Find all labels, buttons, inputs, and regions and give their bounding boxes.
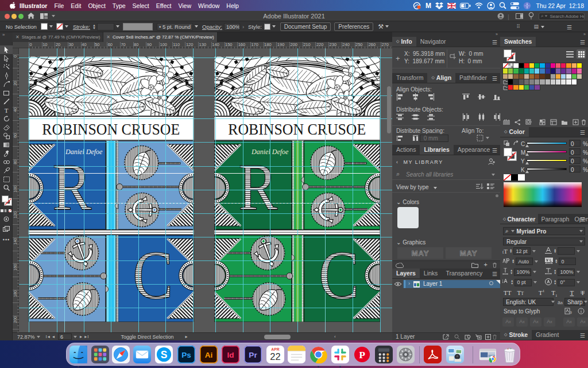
svg-text:Pr: Pr: [249, 351, 257, 359]
svg-text:APR: APR: [271, 347, 279, 351]
svg-text:S: S: [161, 349, 168, 361]
svg-text:C: C: [133, 237, 173, 313]
svg-text:P: P: [359, 349, 365, 361]
svg-text:9: 9: [570, 310, 572, 315]
svg-text:Ps: Ps: [181, 351, 191, 359]
svg-text:22: 22: [270, 351, 280, 362]
svg-text:ROBINSON CRUSOE: ROBINSON CRUSOE: [228, 121, 366, 138]
svg-text:Ai: Ai: [205, 351, 213, 359]
svg-text:Id: Id: [227, 351, 234, 359]
